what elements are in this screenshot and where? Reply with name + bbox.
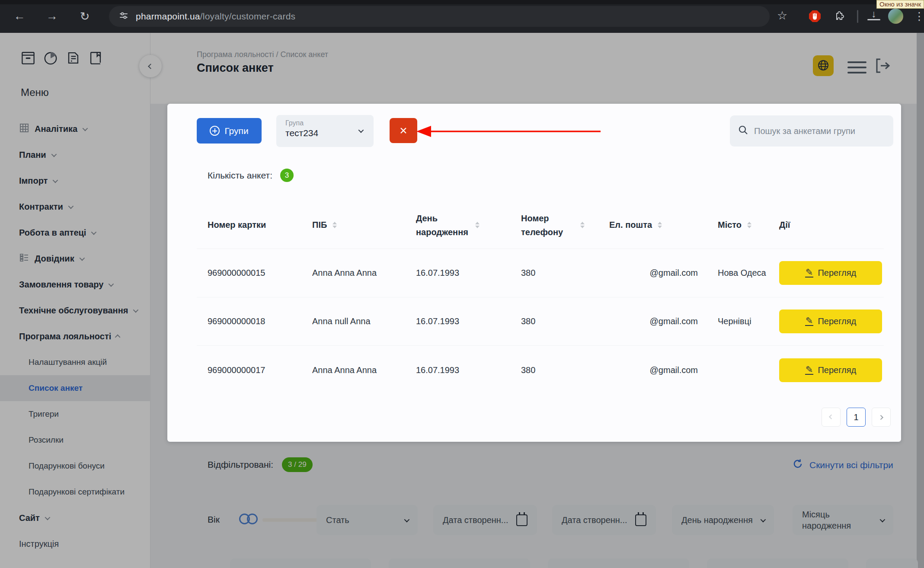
sort-icon[interactable] [333,222,337,228]
column-header-card-number: Номер картки [197,220,301,230]
downloads-icon[interactable]: ↓ [867,10,880,20]
cell-actions: ✎Перегляд [768,358,884,382]
edit-pencil-icon: ✎ [805,268,814,278]
cell-full-name: Anna Anna Anna [301,365,405,375]
url-bar[interactable]: pharmapoint.ua/loyalty/customer-cards [109,6,770,27]
cell-actions: ✎Перегляд [768,310,884,333]
column-header-full-name[interactable]: ПІБ [301,220,405,230]
cell-email: @gmail.com [598,316,707,326]
app-area: Меню Аналітика Плани Імпорт Контракти Ро… [0,33,924,568]
column-header-city[interactable]: Місто [707,220,768,230]
plus-circle-icon [210,126,220,136]
os-tooltip: Окно из значк [876,0,924,9]
toolbar-divider [857,10,858,23]
group-select-label: Група [285,119,365,127]
search-input[interactable] [754,126,886,136]
pagination-prev-button[interactable] [822,408,841,427]
pagination: 1 [822,408,891,427]
table-header-row: Номер картки ПІБ День народження Номер т… [197,201,884,249]
profile-avatar[interactable] [888,9,903,24]
table-row: 969000000018 Anna null Anna 16.07.1993 3… [197,297,884,346]
sort-icon[interactable] [580,222,585,228]
delete-group-button[interactable]: × [390,118,417,143]
column-header-actions: Дії [768,220,884,230]
cell-email: @gmail.com [598,268,707,278]
edit-pencil-icon: ✎ [805,317,814,326]
site-settings-icon[interactable] [118,10,129,22]
cell-actions: ✎Перегляд [768,261,884,285]
search-box[interactable] [730,115,893,147]
cell-card-number: 969000000017 [197,365,301,375]
cell-card-number: 969000000015 [197,268,301,278]
edit-pencil-icon: ✎ [805,366,814,375]
kebab-menu-icon[interactable]: ⋮ [911,10,924,22]
adblock-extension-icon[interactable] [809,10,821,22]
url-text[interactable]: pharmapoint.ua/loyalty/customer-cards [136,11,295,22]
count-badge: 3 [280,169,294,182]
cell-email: @gmail.com [598,365,707,375]
cell-city: Чернівці [707,314,768,329]
search-icon [738,124,749,137]
count-row: Кількість анкет: 3 [208,169,294,182]
cell-city: Нова Одеса [707,266,768,280]
cell-birthday: 16.07.1993 [405,365,510,375]
pagination-page-1[interactable]: 1 [847,408,866,427]
cell-birthday: 16.07.1993 [405,316,510,326]
close-icon: × [400,123,407,137]
annotation-arrow [414,122,606,140]
sort-icon[interactable] [475,222,480,228]
cell-phone: 380 [510,365,598,375]
chevron-right-icon [879,415,883,420]
customer-cards-table: Номер картки ПІБ День народження Номер т… [197,201,884,394]
cell-phone: 380 [510,316,598,326]
cell-phone: 380 [510,268,598,278]
groups-button[interactable]: Групи [197,118,262,144]
extensions-puzzle-icon[interactable] [833,10,845,24]
forward-icon[interactable]: → [43,10,61,23]
browser-tab-strip [0,0,924,4]
cell-full-name: Anna null Anna [301,316,405,326]
group-select-value: тест234 [285,128,365,138]
pagination-next-button[interactable] [872,408,891,427]
cell-full-name: Anna Anna Anna [301,268,405,278]
group-select[interactable]: Група тест234 [276,115,374,147]
cell-card-number: 969000000018 [197,316,301,326]
view-button[interactable]: ✎Перегляд [779,358,882,382]
column-header-birthday[interactable]: День народження [405,211,510,239]
reload-icon[interactable]: ↻ [76,10,93,23]
sort-icon[interactable] [658,222,662,228]
table-row: 969000000017 Anna Anna Anna 16.07.1993 3… [197,346,884,394]
bookmark-star-icon[interactable]: ☆ [774,9,791,22]
column-header-email[interactable]: Ел. пошта [598,220,707,230]
view-button[interactable]: ✎Перегляд [779,261,882,285]
cell-birthday: 16.07.1993 [405,268,510,278]
view-button[interactable]: ✎Перегляд [779,310,882,333]
column-header-phone[interactable]: Номер телефону [510,211,598,239]
screen: ← → ↻ pharmapoint.ua/loyalty/customer-ca… [0,0,924,568]
sort-icon[interactable] [747,222,751,228]
count-label: Кількість анкет: [208,170,272,181]
browser-chrome: ← → ↻ pharmapoint.ua/loyalty/customer-ca… [0,0,924,33]
table-row: 969000000015 Anna Anna Anna 16.07.1993 3… [197,249,884,297]
customer-cards-panel: Групи Група тест234 × Кількість анкет: 3 [167,104,901,442]
chevron-left-icon [829,415,834,419]
back-icon[interactable]: ← [11,10,28,23]
